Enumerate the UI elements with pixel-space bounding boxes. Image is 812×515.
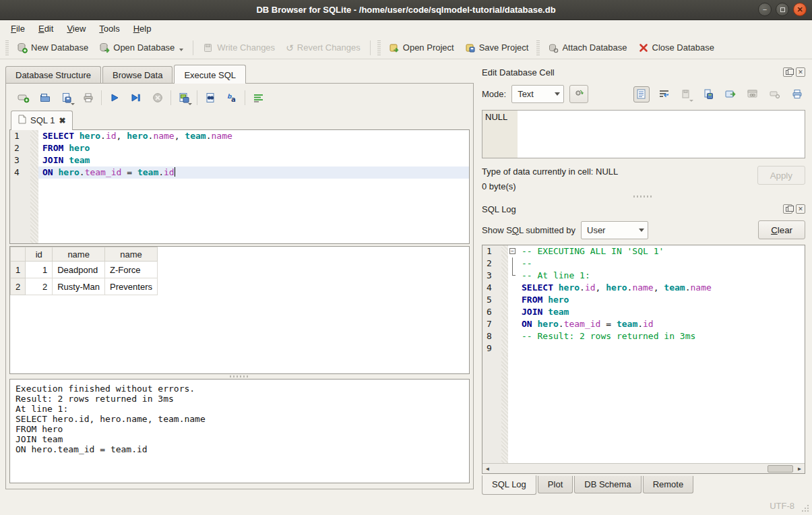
sql-editor-toolbar: ba (9, 88, 470, 111)
set-null-icon (767, 86, 783, 102)
attach-database-button[interactable]: Attach Database (542, 40, 632, 56)
encoding-indicator[interactable]: UTF-8 (770, 501, 794, 511)
splitter-handle[interactable] (9, 374, 470, 379)
tab-execute-sql[interactable]: Execute SQL (174, 65, 246, 84)
chevron-down-icon (635, 229, 648, 232)
word-wrap-icon[interactable] (249, 90, 267, 106)
editor-line-current[interactable]: 4 ON hero.team_id = team.id (10, 166, 469, 179)
horizontal-scrollbar[interactable]: ◀ ▶ (482, 463, 805, 473)
open-database-dropdown-icon[interactable] (179, 49, 183, 51)
scroll-left-icon[interactable]: ◀ (482, 466, 493, 472)
tab-db-schema[interactable]: DB Schema (574, 476, 641, 493)
log-line: 6 JOIN team (482, 306, 805, 318)
execute-current-line-icon[interactable] (127, 90, 145, 106)
float-dock-icon[interactable] (783, 67, 792, 77)
cell[interactable]: 1 (26, 262, 53, 278)
export-icon[interactable] (722, 86, 739, 102)
fold-marker-icon[interactable]: − (509, 248, 516, 254)
text-cursor (175, 167, 175, 177)
execute-all-icon[interactable] (106, 90, 123, 106)
log-line: 4 SELECT hero.id, hero.name, team.name (482, 282, 805, 294)
cell[interactable]: Z-Force (105, 262, 158, 278)
menu-view[interactable]: View (60, 22, 92, 36)
close-sql-tab-icon[interactable]: ✖ (59, 116, 65, 125)
find-icon[interactable] (201, 90, 219, 106)
log-line: 2 -- (482, 258, 805, 270)
print-icon[interactable] (80, 90, 97, 106)
save-sql-file-icon[interactable] (58, 90, 75, 106)
table-row[interactable]: 1 1 Deadpond Z-Force (11, 262, 158, 278)
toolbar-grip[interactable] (5, 40, 9, 55)
close-dock-icon[interactable]: ✕ (796, 204, 805, 214)
clear-button[interactable]: Clear (758, 220, 805, 239)
cell-size-info: 0 byte(s) (482, 179, 757, 194)
menu-file[interactable]: File (4, 22, 32, 36)
minimize-icon[interactable]: − (758, 3, 772, 16)
editor-line[interactable]: 3 JOIN team (10, 154, 469, 166)
gear-icon (573, 88, 584, 100)
execution-message-box[interactable]: Execution finished without errors. Resul… (9, 379, 470, 483)
new-sql-tab-icon[interactable] (15, 90, 32, 106)
tab-browse-data[interactable]: Browse Data (102, 66, 173, 84)
scrollbar-thumb[interactable] (768, 465, 793, 473)
mode-select[interactable]: Text (511, 85, 564, 103)
log-line: 1 − -- EXECUTING ALL IN 'SQL 1' (482, 245, 805, 258)
log-line: 3 -- At line 1: (482, 270, 805, 282)
column-header-id[interactable]: id (26, 247, 53, 262)
save-file-icon[interactable] (700, 86, 716, 102)
column-header-name[interactable]: name (105, 247, 158, 262)
main-area: Database Structure Browse Data Execute S… (0, 59, 812, 496)
open-project-button[interactable]: Open Project (383, 40, 460, 56)
splitter-handle[interactable] (482, 194, 805, 199)
cell[interactable]: Deadpond (53, 262, 105, 278)
cell[interactable]: 2 (26, 278, 53, 295)
new-database-button[interactable]: New Database (11, 40, 94, 56)
revert-changes-button: ↺ Revert Changes (280, 40, 366, 56)
close-dock-icon[interactable]: ✕ (796, 67, 805, 77)
menu-tools[interactable]: Tools (92, 22, 126, 36)
sql-doc-tab[interactable]: SQL 1 ✖ (11, 111, 73, 130)
sql-log-dock-title: SQL Log ✕ (482, 202, 805, 216)
open-database-button[interactable]: Open Database (94, 40, 189, 56)
save-results-icon[interactable] (175, 90, 193, 106)
cell[interactable]: Preventers (105, 278, 158, 295)
tab-database-structure[interactable]: Database Structure (5, 66, 101, 84)
resize-grip[interactable] (801, 504, 809, 512)
sql-editor[interactable]: 1 SELECT hero.id, hero.name, team.name 2… (9, 129, 470, 244)
sql-log-view[interactable]: 1 − -- EXECUTING ALL IN 'SQL 1' 2 -- 3 -… (482, 245, 805, 474)
results-grid[interactable]: id name name 1 1 Deadpond Z-Force 2 (9, 246, 470, 374)
close-database-button[interactable]: Close Database (633, 40, 720, 56)
window-title: DB Browser for SQLite - /home/user/code/… (0, 5, 812, 15)
format-sql-icon[interactable]: ba (223, 90, 241, 106)
tab-remote[interactable]: Remote (643, 476, 694, 493)
open-sql-file-icon[interactable] (36, 90, 54, 106)
cell[interactable]: Rusty-Man (53, 278, 105, 295)
text-mode-icon[interactable] (633, 86, 650, 102)
menu-help[interactable]: Help (127, 22, 158, 36)
new-database-icon (17, 42, 28, 53)
write-changes-button: Write Changes (197, 40, 280, 56)
auto-mode-button[interactable] (569, 85, 588, 103)
column-header-name[interactable]: name (53, 247, 105, 262)
tab-plot[interactable]: Plot (538, 476, 573, 493)
submitted-by-select[interactable]: User (581, 221, 648, 239)
cell-editor[interactable]: NULL (482, 110, 805, 158)
word-wrap-icon[interactable] (656, 86, 672, 102)
table-row[interactable]: 2 2 Rusty-Man Preventers (11, 278, 158, 295)
toolbar-grip[interactable] (536, 40, 540, 55)
menu-edit[interactable]: Edit (32, 22, 60, 36)
tab-sql-log[interactable]: SQL Log (482, 475, 536, 495)
print-icon[interactable] (789, 86, 805, 102)
float-dock-icon[interactable] (783, 204, 792, 214)
log-line: 9 (482, 342, 805, 355)
titlebar[interactable]: DB Browser for SQLite - /home/user/code/… (0, 0, 812, 20)
save-project-button[interactable]: Save Project (460, 40, 534, 56)
editor-line[interactable]: 2 FROM hero (10, 142, 469, 154)
maximize-icon[interactable] (776, 3, 789, 16)
editor-line[interactable]: 1 SELECT hero.id, hero.name, team.name (10, 130, 469, 142)
close-icon[interactable]: ✕ (793, 3, 807, 16)
chevron-down-icon (551, 92, 563, 96)
toolbar-grip[interactable] (377, 40, 381, 55)
open-file-icon (678, 86, 694, 102)
scroll-right-icon[interactable]: ▶ (794, 466, 805, 472)
